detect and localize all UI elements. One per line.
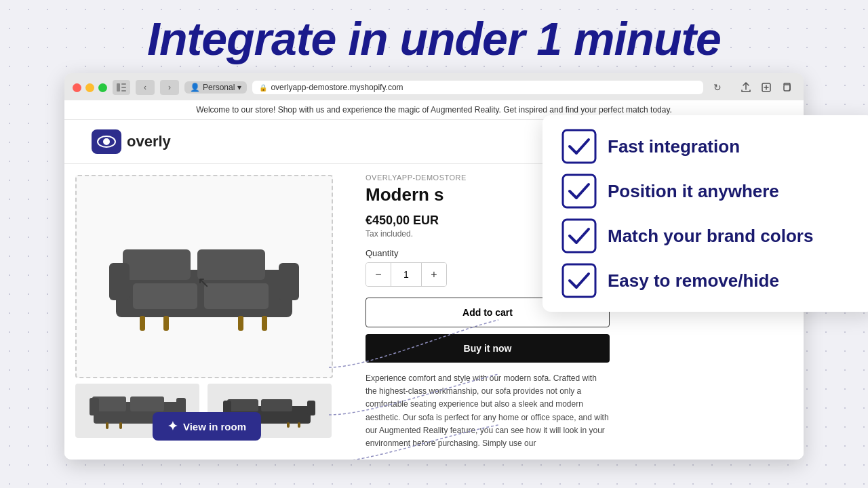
page-headline: Integrate in under 1 minute <box>0 0 868 73</box>
checkmark-icon-1 <box>561 129 597 164</box>
svg-rect-29 <box>227 399 258 411</box>
view-in-room-button[interactable]: ✦ View in room <box>153 412 261 441</box>
address-bar[interactable]: 🔒 overlyapp-demostore.myshopify.com <box>252 81 703 94</box>
callout-label-3: Match your brand colors <box>608 226 813 247</box>
url-text: overlyapp-demostore.myshopify.com <box>271 83 403 92</box>
profile-label: Personal <box>203 83 235 92</box>
profile-icon: 👤 <box>190 83 200 92</box>
traffic-lights <box>73 83 107 92</box>
svg-rect-37 <box>563 130 595 163</box>
svg-rect-24 <box>106 422 108 429</box>
logo-text: overly <box>127 133 171 150</box>
callout-panel: Fast integration Position it anywhere Ma… <box>542 115 868 312</box>
svg-rect-38 <box>563 175 595 207</box>
chevron-down-icon: ▾ <box>237 83 241 92</box>
quantity-control: − 1 + <box>366 262 447 287</box>
new-tab-button[interactable] <box>757 80 775 95</box>
quantity-decrease-button[interactable]: − <box>366 263 391 286</box>
checkmark-icon-3 <box>561 218 597 253</box>
svg-rect-25 <box>119 422 122 429</box>
svg-rect-9 <box>123 249 191 280</box>
quantity-increase-button[interactable]: + <box>422 263 446 286</box>
svg-rect-12 <box>279 263 299 300</box>
svg-rect-35 <box>287 422 290 428</box>
product-main-image: ↖ <box>75 175 333 378</box>
checkmark-icon-2 <box>561 174 597 209</box>
ar-icon: ✦ <box>167 419 178 434</box>
svg-rect-14 <box>204 283 269 309</box>
logo-icon <box>92 129 121 154</box>
callout-item-4: Easy to remove/hide <box>561 263 856 298</box>
callout-label-2: Position it anywhere <box>608 181 779 202</box>
svg-rect-40 <box>563 264 595 297</box>
back-icon: ‹ <box>144 83 146 92</box>
checkmark-icon-4 <box>561 263 597 298</box>
share-button[interactable] <box>737 80 755 95</box>
browser-action-buttons <box>737 80 795 95</box>
svg-rect-13 <box>133 283 197 309</box>
callout-label-1: Fast integration <box>608 136 740 157</box>
svg-rect-21 <box>130 396 164 411</box>
reload-button[interactable]: ↻ <box>709 80 726 95</box>
reload-icon: ↻ <box>713 82 722 93</box>
svg-rect-39 <box>563 220 595 252</box>
minimize-button[interactable] <box>85 83 94 92</box>
product-image-section: ↖ ✦ View in room <box>64 164 349 460</box>
forward-icon: › <box>168 83 171 92</box>
svg-point-7 <box>103 138 110 145</box>
svg-rect-32 <box>307 401 315 415</box>
store-logo: overly <box>92 129 171 154</box>
svg-rect-18 <box>262 316 267 331</box>
view-in-room-label: View in room <box>183 421 246 432</box>
svg-rect-16 <box>163 316 169 331</box>
browser-chrome: ‹ › 👤 Personal ▾ 🔒 overlyapp-demostore.m… <box>64 73 804 100</box>
callout-item-1: Fast integration <box>561 129 856 164</box>
callout-item-3: Match your brand colors <box>561 218 856 253</box>
svg-rect-2 <box>121 87 126 88</box>
callout-item-2: Position it anywhere <box>561 174 856 209</box>
svg-rect-0 <box>117 83 120 92</box>
quantity-value: 1 <box>391 263 422 286</box>
svg-rect-22 <box>90 398 99 415</box>
callout-label-4: Easy to remove/hide <box>608 270 779 291</box>
svg-rect-15 <box>140 316 145 331</box>
product-description: Experience comfort and style with our mo… <box>366 372 610 450</box>
copy-button[interactable] <box>778 80 795 95</box>
cursor-icon: ↖ <box>197 274 210 291</box>
lock-icon: 🔒 <box>259 84 267 92</box>
forward-button[interactable]: › <box>160 80 179 95</box>
svg-rect-3 <box>121 90 126 92</box>
fullscreen-button[interactable] <box>98 83 107 92</box>
sidebar-toggle-icon[interactable] <box>113 80 130 95</box>
svg-rect-1 <box>121 83 126 85</box>
svg-rect-11 <box>109 263 130 300</box>
close-button[interactable] <box>73 83 81 92</box>
announcement-text: Welcome to our store! Shop with us and e… <box>196 105 672 115</box>
profile-pill[interactable]: 👤 Personal ▾ <box>184 81 247 94</box>
svg-rect-17 <box>238 316 243 331</box>
svg-rect-36 <box>298 422 300 428</box>
svg-rect-30 <box>261 399 292 411</box>
buy-now-button[interactable]: Buy it now <box>366 334 610 363</box>
back-button[interactable]: ‹ <box>136 80 155 95</box>
